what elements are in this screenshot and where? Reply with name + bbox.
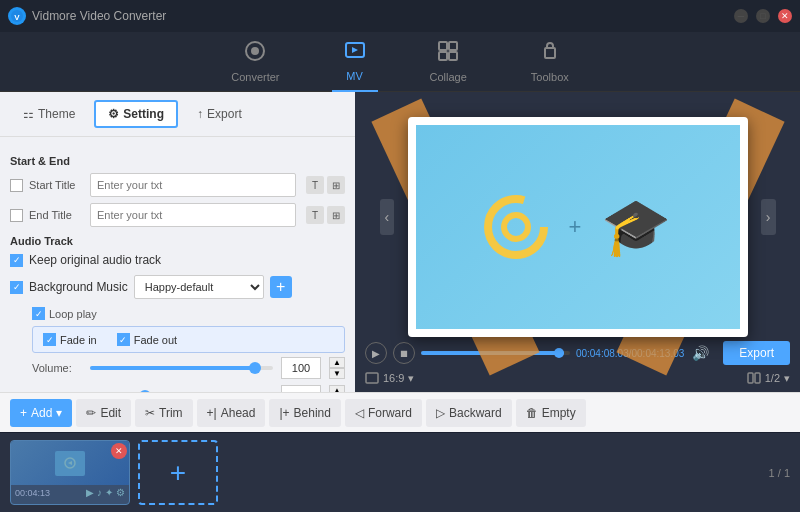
fade-out-label: Fade out [134,334,177,346]
clip-more-icon: ⚙ [116,487,125,498]
clip-close-btn[interactable]: ✕ [111,443,127,459]
empty-icon: 🗑 [526,406,538,420]
svg-rect-9 [545,48,555,58]
forward-icon: ◁ [355,406,364,420]
start-title-format-btn[interactable]: T [306,176,324,194]
preview-grad-cap: 🎓 [601,199,671,255]
end-title-format-btn[interactable]: T [306,206,324,224]
volume-down-btn[interactable]: ▼ [329,368,345,379]
mv-icon [344,39,366,66]
edit-icon: ✏ [86,406,96,420]
stop-button[interactable]: ⏹ [393,342,415,364]
forward-button[interactable]: ◁ Forward [345,399,422,427]
add-button[interactable]: + Add ▾ [10,399,72,427]
main-content: ⚏ Theme ⚙ Setting ↑ Export Start & End S… [0,92,800,392]
backward-button[interactable]: ▷ Backward [426,399,512,427]
start-title-settings-btn[interactable]: ⊞ [327,176,345,194]
ahead-button[interactable]: +| Ahead [197,399,266,427]
setting-label: Setting [123,107,164,121]
tab-converter[interactable]: Converter [219,32,291,91]
bg-music-select[interactable]: Happy-default [134,275,264,299]
progress-thumb[interactable] [554,348,564,358]
export-icon: ↑ [197,107,203,121]
player-controls: ▶ ⏹ 00:04:08.03/00:04:13.03 🔊 Export [355,337,800,369]
fade-in-checkbox[interactable]: ✓ [43,333,56,346]
svg-rect-8 [449,52,457,60]
app-logo: V [8,7,26,25]
edit-button[interactable]: ✏ Edit [76,399,131,427]
theme-label: Theme [38,107,75,121]
volume-button[interactable]: 🔊 [690,343,711,363]
titlebar-left: V Vidmore Video Converter [8,7,166,25]
split-select[interactable]: 1/2 ▾ [747,371,790,385]
ahead-icon: +| [207,406,217,420]
volume-stepper: ▲ ▼ [329,357,345,379]
bg-music-add-btn[interactable]: + [270,276,292,298]
add-icon: + [20,406,27,420]
behind-button[interactable]: |+ Behind [269,399,341,427]
preview-area: ‹ + [378,97,778,337]
clip-info: 00:04:13 ▶ ♪ ✦ ⚙ [11,485,129,500]
delay-slider-thumb[interactable] [139,390,151,392]
volume-slider[interactable] [90,366,273,370]
subtab-theme[interactable]: ⚏ Theme [10,101,88,127]
clip-icons: ▶ ♪ ✦ ⚙ [86,487,125,498]
preview-content: + 🎓 [416,125,740,329]
bg-music-checkbox[interactable]: ✓ [10,281,23,294]
trim-icon: ✂ [145,406,155,420]
play-button[interactable]: ▶ [365,342,387,364]
backward-icon: ▷ [436,406,445,420]
volume-slider-thumb[interactable] [249,362,261,374]
loop-play-checkbox[interactable]: ✓ [32,307,45,320]
tab-toolbox[interactable]: Toolbox [519,32,581,91]
clip-duration: 00:04:13 [15,488,50,498]
tab-collage[interactable]: Collage [418,32,479,91]
svg-rect-14 [755,373,760,383]
volume-value: 100 [281,357,321,379]
tab-mv[interactable]: MV [332,31,378,92]
empty-button[interactable]: 🗑 Empty [516,399,586,427]
aspect-ratio-select[interactable]: 16:9 ▾ [365,371,414,385]
fade-out-checkbox[interactable]: ✓ [117,333,130,346]
add-dropdown-icon: ▾ [56,406,62,420]
close-button[interactable]: ✕ [778,9,792,23]
start-title-input[interactable] [90,173,296,197]
export-label: Export [207,107,242,121]
preview-arrow-right[interactable]: › [761,199,776,235]
delay-up-btn[interactable]: ▲ [329,385,345,392]
start-title-row: Start Title T ⊞ [10,173,345,197]
end-title-row: End Title T ⊞ [10,203,345,227]
delay-stepper: ▲ ▼ [329,385,345,392]
minimize-button[interactable]: ─ [734,9,748,23]
start-title-label: Start Title [29,179,84,191]
ratio-chevron: ▾ [408,372,414,385]
add-clip-button[interactable]: + [138,440,218,505]
clip-play-icon: ▶ [86,487,94,498]
svg-rect-7 [439,52,447,60]
end-title-label: End Title [29,209,84,221]
left-panel: ⚏ Theme ⚙ Setting ↑ Export Start & End S… [0,92,355,392]
end-title-checkbox[interactable] [10,209,23,222]
subtab-export[interactable]: ↑ Export [184,101,255,127]
converter-label: Converter [231,71,279,83]
start-title-checkbox[interactable] [10,179,23,192]
keep-original-checkbox[interactable]: ✓ [10,254,23,267]
backward-label: Backward [449,406,502,420]
trim-label: Trim [159,406,183,420]
trim-button[interactable]: ✂ Trim [135,399,193,427]
svg-rect-6 [449,42,457,50]
window-controls: ─ □ ✕ [734,9,792,23]
subtab-setting[interactable]: ⚙ Setting [94,100,178,128]
titlebar: V Vidmore Video Converter ─ □ ✕ [0,0,800,32]
volume-up-btn[interactable]: ▲ [329,357,345,368]
end-title-input[interactable] [90,203,296,227]
loop-play-label: Loop play [49,308,97,320]
preview-arrow-left[interactable]: ‹ [380,199,395,235]
maximize-button[interactable]: □ [756,9,770,23]
export-button[interactable]: Export [723,341,790,365]
end-title-settings-btn[interactable]: ⊞ [327,206,345,224]
setting-icon: ⚙ [108,107,119,121]
volume-slider-fill [90,366,255,370]
svg-point-3 [251,47,259,55]
bottom-bar: + Add ▾ ✏ Edit ✂ Trim +| Ahead |+ Behind… [0,392,800,432]
